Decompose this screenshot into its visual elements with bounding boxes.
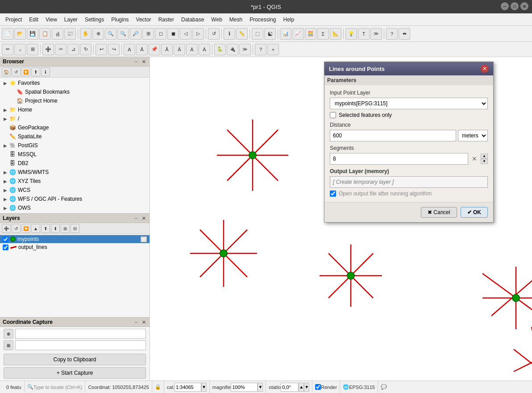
menu-mesh[interactable]: Mesh (226, 15, 246, 25)
help2-button[interactable]: ? (255, 44, 266, 55)
text-button[interactable]: T (358, 28, 370, 40)
select-button[interactable]: ⊕ (92, 28, 104, 40)
pan-map-button[interactable]: ⬌ (399, 28, 410, 40)
coord-input-2[interactable] (15, 340, 146, 350)
start-capture-button[interactable]: + Start Capture (4, 367, 146, 379)
segments-down-button[interactable]: ▼ (481, 159, 488, 164)
open-project-button[interactable]: 📂 (14, 28, 26, 40)
layer-group-button[interactable]: ▲ (31, 224, 40, 233)
menu-view[interactable]: View (42, 15, 61, 25)
label4-button[interactable]: Â (174, 44, 185, 55)
measure-button[interactable]: 📏 (236, 28, 248, 40)
browser-filter-button[interactable]: 🔽 (21, 67, 30, 76)
stats-button[interactable]: 📈 (292, 28, 304, 40)
coord-collapse-icon[interactable]: ─ (133, 319, 139, 325)
dialog-close-button[interactable]: ✕ (481, 65, 489, 73)
help-button[interactable]: ? (386, 28, 398, 40)
compass-button[interactable]: + (267, 44, 279, 55)
layer-remove-button[interactable]: ↺ (12, 224, 21, 233)
render-checkbox[interactable] (315, 384, 321, 390)
status-search[interactable]: 🔍 Type to locate (Ctrl+K) (25, 381, 86, 393)
rotation-down-button[interactable]: ▼ (304, 383, 309, 392)
label6-button[interactable]: Á (199, 44, 210, 55)
browser-item-wms[interactable]: ▶ 🌐 WMS/WMTS (0, 168, 150, 177)
browser-item-favorites[interactable]: ▶ ⭐ Favorites (0, 79, 150, 87)
browser-item-spatialite[interactable]: ✏️ SpatiaLite (0, 132, 150, 141)
layers-collapse-icon[interactable]: ─ (133, 215, 139, 221)
browser-item-home[interactable]: ▶ 📁 Home (0, 105, 150, 114)
layer-move-up-button[interactable]: ⬆ (41, 224, 50, 233)
map-area[interactable]: Lines around Points ✕ Parameters Input P… (150, 57, 532, 381)
segments-up-button[interactable]: ▲ (481, 153, 488, 159)
ok-button[interactable]: ✔ OK (461, 207, 488, 218)
redo-button[interactable]: ↪ (108, 44, 120, 55)
menu-database[interactable]: Database (178, 15, 208, 25)
browser-item-ows[interactable]: ▶ 🌐 OWS (0, 203, 150, 212)
move-feat-button[interactable]: ✂ (55, 44, 66, 55)
layer-item-output-lines[interactable]: output_lines (0, 243, 150, 251)
print2-button[interactable]: 📰 (64, 28, 76, 40)
browser-info-button[interactable]: ℹ (41, 67, 50, 76)
select-rect-button[interactable]: ⬚ (252, 28, 263, 40)
copy-to-clipboard-button[interactable]: Copy to Clipboard (4, 354, 146, 365)
browser-collapse-icon[interactable]: ─ (133, 58, 139, 65)
plugin-button[interactable]: 🔌 (227, 44, 238, 55)
magnifier-dropdown-button[interactable]: ▼ (258, 383, 263, 392)
coord-input-1[interactable] (15, 329, 146, 339)
status-messages[interactable]: 💬 (378, 381, 390, 393)
menu-edit[interactable]: Edit (25, 15, 42, 25)
close-button[interactable]: ✕ (520, 2, 528, 10)
menu-layer[interactable]: Layer (61, 15, 81, 25)
menu-web[interactable]: Web (208, 15, 225, 25)
vertex-button[interactable]: ⊞ (27, 44, 38, 55)
browser-collapse-button[interactable]: ⬆ (31, 67, 40, 76)
node-button[interactable]: ⬦ (14, 44, 26, 55)
browser-close-icon[interactable]: ✕ (141, 58, 147, 65)
pan-button[interactable]: ✋ (80, 28, 91, 40)
pin-button[interactable]: 📌 (149, 44, 160, 55)
python-button[interactable]: 🐍 (214, 44, 226, 55)
digitize-button[interactable]: ✏ (2, 44, 13, 55)
label5-button[interactable]: À (186, 44, 198, 55)
label2-button[interactable]: Ā (136, 44, 148, 55)
menu-settings[interactable]: Settings (81, 15, 108, 25)
rotate-button[interactable]: ↻ (80, 44, 91, 55)
input-layer-select[interactable]: mypoints[EPSG:3115] (330, 98, 488, 109)
layer-checkbox-output-lines[interactable] (3, 244, 8, 250)
browser-refresh-button[interactable]: ↺ (12, 67, 21, 76)
refresh-button[interactable]: ↺ (208, 28, 220, 40)
layer-item-mypoints[interactable]: mypoints ⊞ (0, 235, 150, 243)
distance-unit-select[interactable]: meters (458, 130, 488, 141)
layer-checkbox-mypoints[interactable] (3, 236, 8, 242)
dialog-title-bar[interactable]: Lines around Points ✕ (324, 62, 493, 75)
layer-move-dn-button[interactable]: ⬇ (51, 224, 60, 233)
rotation-up-button[interactable]: ▲ (299, 383, 304, 392)
selected-features-checkbox[interactable] (330, 112, 336, 118)
cancel-button[interactable]: ✖ Cancel (421, 207, 457, 218)
layers-close-icon[interactable]: ✕ (141, 215, 147, 221)
layer-filter-button[interactable]: 🔽 (21, 224, 30, 233)
segments-input[interactable] (330, 153, 468, 165)
open-table-button[interactable]: 📊 (280, 28, 291, 40)
select-poly-button[interactable]: ⬕ (264, 28, 276, 40)
browser-item-mssql[interactable]: 🗄 MSSQL (0, 150, 150, 159)
menu-help[interactable]: Help (280, 15, 298, 25)
zoom-prev-button[interactable]: ◁ (180, 28, 191, 40)
layer-collapse-button[interactable]: ⊟ (71, 224, 79, 233)
coord-close-icon[interactable]: ✕ (141, 319, 147, 325)
print-button[interactable]: 🖨 (52, 28, 63, 40)
calc-button[interactable]: 🧮 (305, 28, 316, 40)
zoom-layer-button[interactable]: ◻ (155, 28, 166, 40)
layer-add-button[interactable]: ➕ (2, 224, 11, 233)
browser-item-xyz[interactable]: ▶ 🌐 XYZ Tiles (0, 177, 150, 186)
maximize-button[interactable]: □ (511, 2, 519, 10)
deselect-button[interactable]: 🔍 (105, 28, 116, 40)
status-epsg[interactable]: 🌐 EPSG:3115 (340, 381, 378, 393)
browser-item-project-home[interactable]: 🏠 Project Home (0, 96, 150, 105)
save-as-button[interactable]: 📋 (39, 28, 51, 40)
menu-project[interactable]: Project (2, 15, 25, 25)
browser-item-wfs[interactable]: ▶ 🌐 WFS / OGC API - Features (0, 194, 150, 203)
zoom-extent-button[interactable]: ⊞ (142, 28, 154, 40)
browser-item-db2[interactable]: 🗄 DB2 (0, 159, 150, 168)
browser-item-spatial-bookmarks[interactable]: 🔖 Spatial Bookmarks (0, 87, 150, 96)
